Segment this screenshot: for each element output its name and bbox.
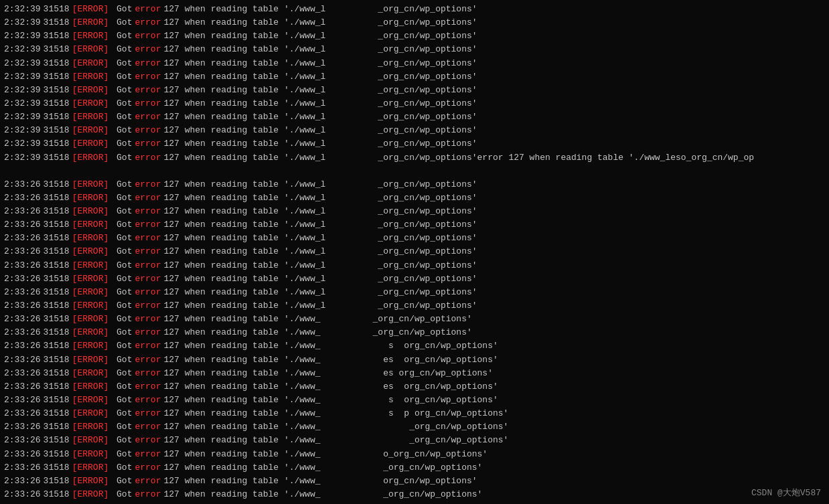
timestamp: 2:33:26 xyxy=(4,191,41,205)
timestamp: 2:32:39 xyxy=(4,151,41,165)
watermark: CSDN @大炮V587 xyxy=(751,487,821,499)
error-tag: [ERROR] xyxy=(72,151,109,165)
error-tag: [ERROR] xyxy=(72,110,109,124)
log-line: 2:33:26 31518 [ERROR] Got error 127 when… xyxy=(0,232,829,245)
error-tag: [ERROR] xyxy=(72,407,109,420)
pid: 31518 xyxy=(44,191,70,205)
pid: 31518 xyxy=(44,178,70,191)
error-tag: [ERROR] xyxy=(72,434,109,447)
pid: 31518 xyxy=(44,43,70,56)
pid: 31518 xyxy=(44,151,70,165)
error-tag: [ERROR] xyxy=(72,43,109,56)
log-line: 2:33:26 31518 [ERROR] Got error 127 when… xyxy=(0,299,829,313)
error-tag: [ERROR] xyxy=(72,70,109,84)
pid: 31518 xyxy=(44,313,70,326)
timestamp: 2:32:39 xyxy=(4,137,41,151)
timestamp: 2:33:26 xyxy=(4,299,41,313)
log-line: 2:33:26 31518 [ERROR] Got error 127 when… xyxy=(0,339,829,353)
log-line: 2:32:39 31518 [ERROR] Got error 127 when… xyxy=(0,84,829,97)
timestamp: 2:33:26 xyxy=(4,407,41,420)
log-line: 2:33:26 31518 [ERROR] Got error 127 when… xyxy=(0,420,829,434)
pid: 31518 xyxy=(44,501,70,504)
log-line: 2:33:26 31518 [ERROR] Got error 127 when… xyxy=(0,488,829,501)
timestamp: 2:33:26 xyxy=(4,218,41,232)
pid: 31518 xyxy=(44,326,70,339)
error-tag: [ERROR] xyxy=(72,3,109,16)
timestamp: 2:32:39 xyxy=(4,16,41,29)
pid: 31518 xyxy=(44,272,70,286)
error-tag: [ERROR] xyxy=(72,313,109,326)
log-line-overflow: 2:32:39 31518 [ERROR] Got error 127 when… xyxy=(0,151,829,165)
error-tag: [ERROR] xyxy=(72,245,109,258)
log-line: 2:33:26 31518 [ERROR] Got error 127 when… xyxy=(0,448,829,461)
error-tag: [ERROR] xyxy=(72,29,109,43)
timestamp: 2:33:26 xyxy=(4,353,41,367)
error-tag: [ERROR] xyxy=(72,353,109,367)
pid: 31518 xyxy=(44,245,70,258)
error-tag: [ERROR] xyxy=(72,57,109,70)
pid: 31518 xyxy=(44,461,70,475)
log-line: 2:33:26 31518 [ERROR] Got error 127 when… xyxy=(0,367,829,380)
timestamp: 2:32:39 xyxy=(4,110,41,124)
log-line: 2:33:26 31518 [ERROR] Got error 127 when… xyxy=(0,353,829,367)
error-tag: [ERROR] xyxy=(72,475,109,488)
log-line: 2:33:26 31518 [ERROR] Got error 127 when… xyxy=(0,501,829,504)
pid: 31518 xyxy=(44,367,70,380)
log-line: 2:33:26 31518 [ERROR] Got error 127 when… xyxy=(0,434,829,447)
error-tag: [ERROR] xyxy=(72,218,109,232)
log-line: 2:32:39 31518 [ERROR] Got error 127 when… xyxy=(0,97,829,110)
timestamp: 2:33:26 xyxy=(4,367,41,380)
pid: 31518 xyxy=(44,353,70,367)
timestamp: 2:33:26 xyxy=(4,394,41,407)
log-line: 2:33:26 31518 [ERROR] Got error 127 when… xyxy=(0,245,829,258)
log-line: 2:33:26 31518 [ERROR] Got error 127 when… xyxy=(0,272,829,286)
error-tag: [ERROR] xyxy=(72,488,109,501)
log-line: 2:33:26 31518 [ERROR] Got error 127 when… xyxy=(0,205,829,218)
pid: 31518 xyxy=(44,394,70,407)
error-tag: [ERROR] xyxy=(72,84,109,97)
timestamp: 2:33:26 xyxy=(4,488,41,501)
pid: 31518 xyxy=(44,299,70,313)
log-line: 2:33:26 31518 [ERROR] Got error 127 when… xyxy=(0,380,829,394)
error-tag: [ERROR] xyxy=(72,205,109,218)
pid: 31518 xyxy=(44,407,70,420)
timestamp: 2:33:26 xyxy=(4,339,41,353)
log-line: 2:33:26 31518 [ERROR] Got error 127 when… xyxy=(0,191,829,205)
log-line: 2:33:26 31518 [ERROR] Got error 127 when… xyxy=(0,218,829,232)
timestamp: 2:33:26 xyxy=(4,178,41,191)
timestamp: 2:32:39 xyxy=(4,84,41,97)
pid: 31518 xyxy=(44,205,70,218)
error-tag: [ERROR] xyxy=(72,299,109,313)
pid: 31518 xyxy=(44,218,70,232)
timestamp: 2:33:26 xyxy=(4,434,41,447)
pid: 31518 xyxy=(44,339,70,353)
timestamp: 2:33:26 xyxy=(4,272,41,286)
timestamp: 2:32:39 xyxy=(4,29,41,43)
timestamp: 2:33:26 xyxy=(4,448,41,461)
log-line: 2:32:39 31518 [ERROR] Got error 127 when… xyxy=(0,43,829,56)
timestamp: 2:32:39 xyxy=(4,3,41,16)
log-line: 2:32:39 31518 [ERROR] Got error 127 when… xyxy=(0,124,829,137)
error-tag: [ERROR] xyxy=(72,232,109,245)
timestamp: 2:33:26 xyxy=(4,245,41,258)
timestamp: 2:32:39 xyxy=(4,57,41,70)
terminal-window: 2:32:39 31518 [ERROR] Got error 127 when… xyxy=(0,0,829,504)
error-tag: [ERROR] xyxy=(72,259,109,272)
pid: 31518 xyxy=(44,380,70,394)
error-tag: [ERROR] xyxy=(72,124,109,137)
error-tag: [ERROR] xyxy=(72,326,109,339)
timestamp: 2:33:26 xyxy=(4,313,41,326)
pid: 31518 xyxy=(44,420,70,434)
log-line: 2:33:26 31518 [ERROR] Got error 127 when… xyxy=(0,286,829,299)
pid: 31518 xyxy=(44,488,70,501)
log-line: 2:33:26 31518 [ERROR] Got error 127 when… xyxy=(0,394,829,407)
error-tag: [ERROR] xyxy=(72,97,109,110)
pid: 31518 xyxy=(44,137,70,151)
log-line: 2:32:39 31518 [ERROR] Got error 127 when… xyxy=(0,16,829,29)
log-line: 2:33:26 31518 [ERROR] Got error 127 when… xyxy=(0,461,829,475)
pid: 31518 xyxy=(44,84,70,97)
pid: 31518 xyxy=(44,57,70,70)
timestamp: 2:33:26 xyxy=(4,501,41,504)
log-line: 2:32:39 31518 [ERROR] Got error 127 when… xyxy=(0,3,829,16)
timestamp: 2:33:26 xyxy=(4,259,41,272)
